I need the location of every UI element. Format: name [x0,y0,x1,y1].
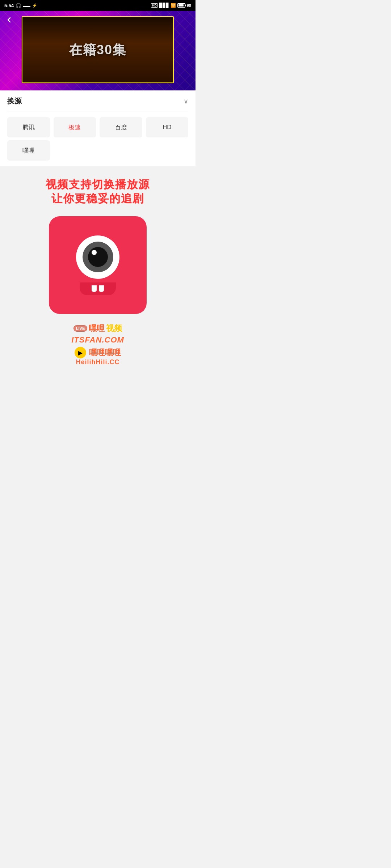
promo-text: 视频支持切换播放源 让你更稳妥的追剧 [7,177,188,205]
video-area: CAMPUS CAMPUS 在籍30集 天猫 王峰今晚 激情预告 [0,11,196,90]
battery-icon [177,3,185,8]
brand-hili: HeilihHili.CC [76,358,119,366]
time-display: 5:54 [4,3,14,8]
source-btn-tengxun[interactable]: 腾讯 [7,117,50,137]
source-label-baidu: 百度 [115,123,127,132]
source-grid-row2: 嘿哩 [7,140,188,166]
brand-nili2: 嘿哩嘿哩 [89,347,121,358]
video-title: 在籍30集 [69,43,126,57]
brand-video: 视频 [106,323,122,334]
source-btn-jisu[interactable]: 极速 [54,117,96,137]
source-header: 换源 ∨ [7,90,188,111]
promo-section: 视频支持切换播放源 让你更稳妥的追剧 [0,166,196,213]
source-section: 换源 ∨ 腾讯 极速 百度 HD 嘿哩 [0,90,196,166]
source-label-jisu: 极速 [68,123,81,132]
brand-line1: LIVE 嘿哩 视频 [7,323,188,334]
signal-icon: ▊▊▊ [159,3,169,8]
source-grid-row1: 腾讯 极速 百度 HD [7,111,188,140]
battery-percent: 90 [187,3,191,8]
brand-line2: ITSFAN.COM [7,335,188,345]
chevron-down-icon[interactable]: ∨ [184,97,188,105]
app-pupil [88,247,108,267]
app-mouth [80,282,116,295]
notification-icon: ⚡ [32,3,37,8]
brand-itsfan: ITSFAN.COM [71,335,124,344]
promo-line2: 让你更稳妥的追剧 [7,191,188,205]
app-eye [76,235,119,279]
app-logo-box [49,216,147,314]
back-button[interactable] [4,14,14,25]
battery-fill [178,4,184,7]
source-btn-baidu[interactable]: 百度 [100,117,142,137]
wifi-icon: 🛜 [171,3,176,8]
app-tooth-right [99,285,104,292]
status-left: 5:54 🎧 ▬▬ ⚡ [4,3,37,8]
source-btn-heili[interactable]: 嘿哩 [7,140,50,161]
app-tooth-left [92,285,97,292]
hd-badge: HD [151,3,158,8]
branding-section: LIVE 嘿哩 视频 ITSFAN.COM ▶ 嘿哩嘿哩 HeilihHili.… [0,319,196,377]
source-btn-hd[interactable]: HD [146,117,189,137]
tv-icon: ▶ [75,347,86,358]
sim-icon: ▬▬ [23,4,30,8]
video-background: CAMPUS CAMPUS 在籍30集 [0,11,196,90]
app-eye-inner [83,242,113,272]
brand-line3: ▶ 嘿哩嘿哩 [7,347,188,358]
headphone-icon: 🎧 [16,3,21,8]
video-thumbnail[interactable]: 在籍30集 [22,16,174,83]
status-right: HD ▊▊▊ 🛜 90 [151,3,191,8]
source-label-hd: HD [163,124,172,131]
source-label-tengxun: 腾讯 [22,123,35,132]
source-label-heili: 嘿哩 [22,146,35,155]
brand-line4: HeilihHili.CC [7,358,188,366]
status-bar: 5:54 🎧 ▬▬ ⚡ HD ▊▊▊ 🛜 90 [0,0,196,11]
app-logo-section [0,213,196,319]
brand-nili: 嘿哩 [89,323,105,334]
live-badge: LIVE [73,325,87,332]
app-pupil-shine [92,250,97,255]
promo-line1: 视频支持切换播放源 [7,177,188,191]
source-title: 换源 [7,96,22,106]
